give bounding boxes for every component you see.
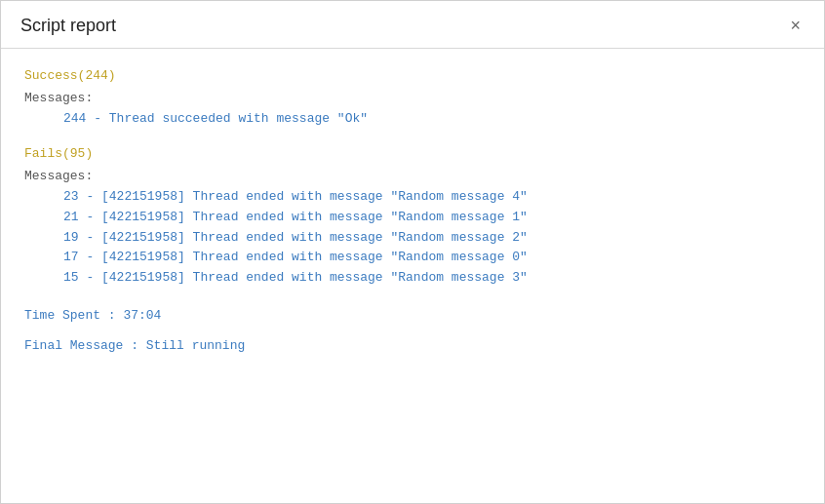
success-message-line: 244 - Thread succeeded with message "Ok" (63, 109, 801, 130)
final-message-line: Final Message : Still running (24, 336, 801, 357)
close-button[interactable]: × (786, 15, 805, 36)
fail-message-line: 23 - [422151958] Thread ended with messa… (63, 187, 801, 208)
dialog-title: Script report (20, 16, 116, 36)
fail-message-line: 15 - [422151958] Thread ended with messa… (63, 268, 801, 289)
time-spent-line: Time Spent : 37:04 (24, 306, 801, 327)
fail-messages-container: 23 - [422151958] Thread ended with messa… (24, 187, 801, 289)
dialog-header: Script report × (1, 1, 824, 49)
success-messages-label: Messages: (24, 89, 801, 109)
dialog-body: Success(244) Messages: 244 - Thread succ… (1, 49, 824, 503)
fails-messages-label: Messages: (24, 167, 801, 187)
fail-message-line: 21 - [422151958] Thread ended with messa… (63, 208, 801, 228)
fails-header: Fails(95) (24, 144, 801, 165)
fail-message-line: 19 - [422151958] Thread ended with messa… (63, 228, 801, 249)
success-header: Success(244) (24, 66, 801, 87)
gap-1 (24, 129, 801, 144)
script-report-dialog: Script report × Success(244) Messages: 2… (0, 0, 825, 504)
fail-message-line: 17 - [422151958] Thread ended with messa… (63, 248, 801, 268)
